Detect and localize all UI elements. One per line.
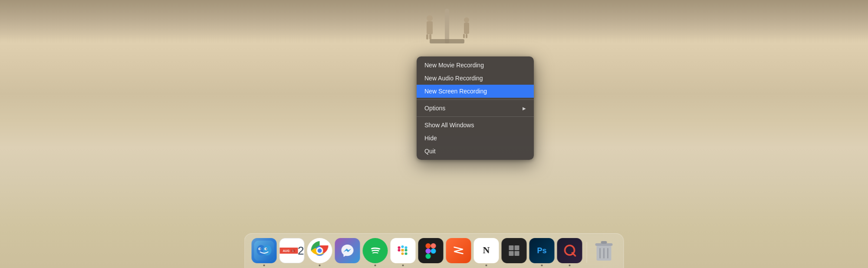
menu-item-options[interactable]: Options ▶ [417, 102, 534, 115]
menu-item-show-all-windows[interactable]: Show All Windows [417, 119, 534, 132]
photoshop-icon: Ps [529, 238, 555, 263]
slack-icon [391, 238, 416, 263]
figma-icon [418, 238, 444, 263]
context-menu: New Movie Recording New Audio Recording … [417, 56, 534, 160]
menu-separator-2 [417, 116, 534, 117]
figma-dot [430, 265, 432, 266]
messenger-icon [335, 238, 360, 263]
menu-item-new-audio-recording[interactable]: New Audio Recording [417, 72, 534, 85]
quicktime-dot [569, 265, 571, 266]
notion-svg: N [478, 242, 495, 259]
dock-item-sublime[interactable] [446, 238, 471, 266]
calendar-icon: AUG 1 2 [279, 238, 305, 263]
svg-rect-20 [426, 243, 431, 248]
dock-item-notion[interactable]: N [474, 238, 499, 266]
svg-rect-15 [405, 249, 408, 251]
calendar-dot [291, 265, 293, 266]
dock-item-slack[interactable] [391, 238, 416, 266]
photoshop-dot [541, 265, 543, 266]
trash-dot [603, 265, 605, 266]
dock: AUG 1 2 [244, 233, 624, 268]
squarespace-dot [513, 265, 515, 266]
pole [445, 9, 449, 43]
dock-item-quicktime[interactable] [557, 238, 582, 266]
person-left [425, 15, 434, 37]
photoshop-svg: Ps [534, 242, 550, 259]
dock-divider [587, 242, 587, 263]
svg-rect-26 [509, 245, 514, 250]
dock-item-finder[interactable] [252, 238, 277, 266]
chrome-icon [307, 238, 332, 263]
svg-rect-19 [405, 246, 408, 249]
messenger-svg [340, 243, 355, 258]
beach-scene [421, 0, 473, 43]
svg-rect-29 [515, 251, 519, 256]
svg-line-32 [572, 253, 575, 256]
finder-icon [252, 238, 277, 263]
svg-rect-23 [426, 254, 431, 259]
dock-item-squarespace[interactable] [502, 238, 527, 266]
menu-separator-1 [417, 99, 534, 100]
svg-text:Ps: Ps [537, 246, 546, 255]
svg-rect-16 [401, 252, 404, 255]
svg-rect-28 [509, 251, 514, 256]
svg-rect-22 [426, 248, 431, 254]
dock-item-spotify[interactable] [363, 238, 388, 266]
squarespace-svg [507, 244, 521, 258]
trash-icon [592, 238, 617, 263]
svg-point-11 [318, 248, 322, 253]
slack-svg [395, 243, 411, 258]
svg-point-7 [266, 248, 267, 250]
spotify-dot [375, 265, 376, 266]
chrome-dot [319, 265, 321, 266]
menu-item-quit[interactable]: Quit [417, 145, 534, 158]
finder-svg [254, 241, 274, 261]
quicktime-icon [557, 238, 582, 263]
svg-rect-21 [431, 243, 436, 248]
dock-item-messenger[interactable] [335, 238, 360, 266]
svg-point-3 [263, 245, 272, 255]
finder-dot [263, 265, 265, 266]
menu-item-hide[interactable]: Hide [417, 132, 534, 145]
submenu-arrow: ▶ [523, 106, 526, 111]
chrome-svg [308, 239, 332, 262]
svg-rect-13 [401, 245, 404, 248]
sublime-icon [446, 238, 471, 263]
dock-item-photoshop[interactable]: Ps [529, 238, 555, 266]
quicktime-svg [561, 242, 579, 260]
svg-rect-18 [405, 252, 408, 255]
spotify-svg [368, 243, 383, 258]
dock-item-chrome[interactable] [307, 238, 332, 266]
squarespace-icon [502, 238, 527, 263]
svg-point-24 [431, 248, 436, 254]
messenger-dot [347, 265, 349, 266]
spotify-icon [363, 238, 388, 263]
notion-icon: N [474, 238, 499, 263]
dock-item-trash[interactable] [592, 238, 617, 266]
slack-dot [402, 265, 404, 266]
svg-rect-27 [515, 245, 519, 250]
person-right [462, 17, 471, 37]
platform [430, 39, 464, 43]
sublime-dot [458, 265, 460, 266]
svg-rect-35 [601, 241, 607, 244]
svg-rect-14 [401, 249, 404, 251]
sublime-svg [451, 243, 467, 258]
menu-item-new-movie-recording[interactable]: New Movie Recording [417, 59, 534, 72]
svg-text:N: N [483, 245, 490, 255]
svg-rect-12 [398, 249, 401, 251]
menu-item-new-screen-recording[interactable]: New Screen Recording ↖ [417, 85, 534, 98]
dock-item-calendar[interactable]: AUG 1 2 [279, 238, 305, 266]
dock-item-figma[interactable] [418, 238, 444, 266]
notion-dot [486, 265, 487, 266]
trash-svg [593, 239, 615, 263]
svg-rect-17 [398, 246, 401, 249]
svg-point-6 [260, 248, 261, 250]
figma-svg [424, 242, 438, 260]
